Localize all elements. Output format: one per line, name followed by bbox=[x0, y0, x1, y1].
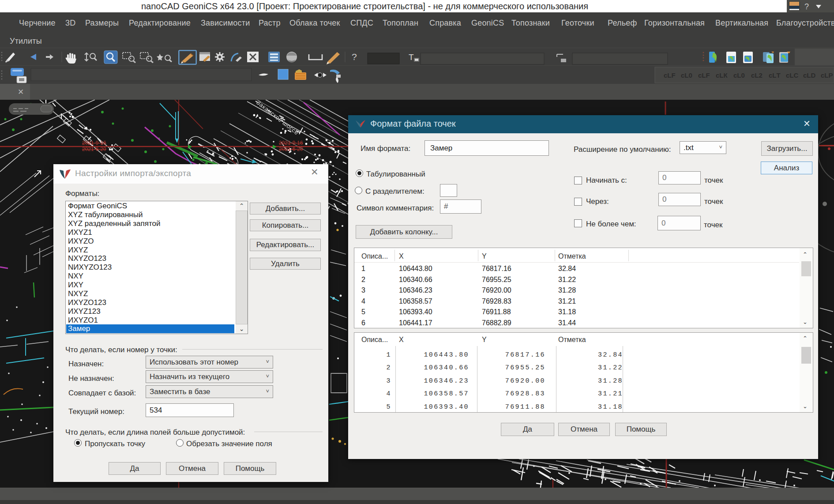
svg-text:cL0: cL0 bbox=[681, 71, 692, 79]
svg-text:cLF: cLF bbox=[664, 71, 676, 79]
svg-text:2021-9-16: 2021-9-16 bbox=[279, 140, 303, 146]
svg-text:cLР: cLР bbox=[821, 71, 833, 79]
svg-text:2021-6-20: 2021-6-20 bbox=[82, 146, 106, 152]
svg-text:cL0: cL0 bbox=[733, 71, 745, 79]
svg-text:2021-9-16: 2021-9-16 bbox=[82, 140, 106, 146]
svg-text:2021-6-20: 2021-6-20 bbox=[279, 146, 303, 152]
svg-text:cLК: cLК bbox=[716, 71, 728, 79]
svg-text:cL2: cL2 bbox=[751, 71, 763, 79]
svg-text:cLD: cLD bbox=[803, 71, 816, 79]
svg-text:cLF: cLF bbox=[698, 71, 710, 79]
svg-text:?: ? bbox=[352, 52, 357, 62]
svg-text:cLТ: cLТ bbox=[769, 71, 781, 79]
svg-text:?: ? bbox=[804, 2, 809, 11]
svg-text:T: T bbox=[409, 53, 414, 62]
svg-text:cLС: cLС bbox=[786, 71, 799, 79]
